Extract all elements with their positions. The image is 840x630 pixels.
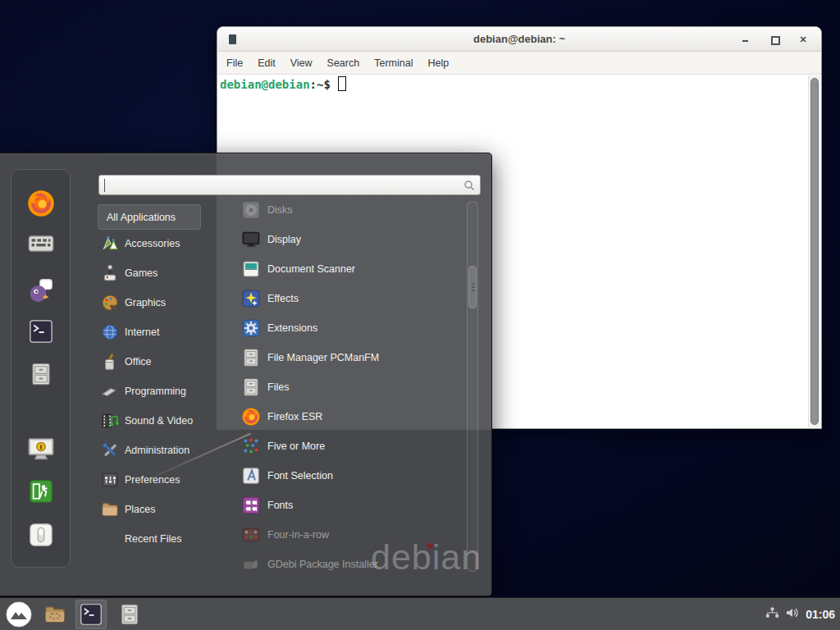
firefox-icon (241, 407, 261, 427)
app-four-in-a-row[interactable]: Four-in-a-row (236, 520, 463, 550)
menu-logo-icon (6, 601, 32, 628)
favorites-panel (11, 169, 71, 568)
shutdown-icon (29, 523, 53, 547)
favorite-firefox-button[interactable] (26, 189, 56, 218)
favorite-terminal-button[interactable] (29, 319, 53, 344)
terminal-icon (29, 319, 53, 344)
gdebi-icon (241, 555, 261, 573)
display-icon (241, 230, 261, 249)
document-scanner-icon (241, 259, 261, 279)
menu-search[interactable]: Search (320, 52, 368, 75)
close-button[interactable]: ✕ (798, 34, 808, 44)
terminal-icon (80, 603, 103, 626)
taskbar-menu-button[interactable] (6, 601, 32, 628)
window-controls: ✕ (741, 27, 808, 52)
favorite-pidgin-button[interactable] (28, 277, 54, 304)
app-firefox-esr[interactable]: Firefox ESR (236, 402, 463, 431)
favorite-file-cabinet-button[interactable] (29, 362, 53, 386)
category-preferences[interactable]: Preferences (98, 465, 221, 495)
terminal-window-icon (229, 34, 236, 44)
category-programming[interactable]: Programming (98, 377, 221, 406)
applications-list: Disks Display (236, 195, 463, 573)
pidgin-icon (28, 277, 54, 304)
app-disks[interactable]: Disks (236, 195, 463, 225)
folder-icon (43, 603, 66, 626)
category-games[interactable]: Games (98, 258, 221, 288)
volume-icon[interactable] (785, 606, 800, 623)
applications-menu: debian (0, 153, 492, 596)
category-administration[interactable]: Administration (98, 436, 221, 465)
menu-edit[interactable]: Edit (250, 52, 283, 75)
effects-icon (241, 289, 261, 308)
file-cabinet-icon (241, 348, 261, 368)
search-icon (463, 180, 475, 194)
extensions-icon (241, 318, 261, 338)
prompt-user-host: debian@debian (220, 78, 310, 91)
prompt-symbol: $ (323, 78, 330, 91)
system-tray: 01:06 (765, 598, 835, 630)
preferences-icon (101, 471, 119, 489)
shutdown-button[interactable] (29, 523, 53, 547)
search-input[interactable] (104, 177, 459, 193)
app-display[interactable]: Display (236, 225, 463, 254)
maximize-button[interactable] (769, 34, 779, 44)
network-icon[interactable] (765, 606, 779, 623)
logout-icon (29, 479, 53, 504)
taskbar-terminal-button[interactable] (75, 600, 107, 629)
category-internet[interactable]: Internet (98, 317, 221, 347)
lock-screen-button[interactable] (27, 436, 55, 461)
accessories-icon (101, 235, 119, 253)
categories-list: Accessories Games (98, 229, 221, 554)
firefox-icon (26, 189, 56, 218)
app-pcmanfm[interactable]: File Manager PCManFM (236, 343, 463, 372)
terminal-scrollbar[interactable] (808, 75, 820, 427)
logout-button[interactable] (29, 479, 53, 504)
category-office[interactable]: Office (98, 347, 221, 377)
internet-icon (101, 323, 119, 341)
apps-scrollbar-thumb[interactable] (468, 266, 477, 308)
terminal-prompt: debian@debian:~$ (220, 76, 346, 91)
places-icon (101, 500, 119, 518)
category-accessories[interactable]: Accessories (98, 229, 221, 258)
search-caret (104, 179, 105, 192)
apps-scrollbar[interactable] (467, 201, 478, 572)
taskbar-files-button[interactable] (117, 602, 142, 627)
app-font-selection[interactable]: Font Selection (236, 461, 463, 491)
disks-icon (241, 200, 261, 220)
four-in-a-row-icon (241, 525, 261, 545)
app-extensions[interactable]: Extensions (236, 313, 463, 343)
minimize-button[interactable] (741, 34, 751, 44)
lock-screen-icon (27, 436, 55, 461)
programming-icon (101, 382, 119, 400)
sound-video-icon (101, 412, 119, 430)
taskbar-file-manager-button[interactable] (43, 602, 67, 627)
file-cabinet-icon (29, 362, 53, 386)
app-effects[interactable]: Effects (236, 284, 463, 313)
office-icon (101, 353, 119, 371)
graphics-icon (101, 294, 119, 312)
menu-file[interactable]: File (219, 52, 250, 75)
category-sound-video[interactable]: Sound & Video (98, 406, 221, 436)
category-graphics[interactable]: Graphics (98, 288, 221, 317)
menu-terminal[interactable]: Terminal (367, 52, 420, 75)
terminal-titlebar[interactable]: debian@debian: ~ ✕ (217, 27, 821, 52)
menu-help[interactable]: Help (420, 52, 456, 75)
menu-view[interactable]: View (283, 52, 320, 75)
all-applications-button[interactable]: All Applications (98, 204, 201, 230)
category-places[interactable]: Places (98, 495, 221, 524)
taskbar: 01:06 (0, 597, 840, 630)
favorite-keyboard-button[interactable] (28, 234, 54, 253)
app-document-scanner[interactable]: Document Scanner (236, 254, 463, 284)
games-icon (101, 264, 119, 282)
app-five-or-more[interactable]: Five or More (236, 431, 463, 461)
terminal-scrollbar-thumb[interactable] (810, 78, 819, 425)
file-cabinet-icon (118, 603, 141, 626)
app-fonts[interactable]: Fonts (236, 491, 463, 520)
file-cabinet-icon (241, 377, 261, 397)
fonts-icon (241, 495, 261, 515)
category-recent-files[interactable]: Recent Files (98, 524, 221, 554)
app-gdebi[interactable]: GDebi Package Installer (236, 550, 463, 573)
clock[interactable]: 01:06 (806, 608, 835, 621)
menu-search-box (98, 175, 481, 195)
app-files[interactable]: Files (236, 372, 463, 402)
